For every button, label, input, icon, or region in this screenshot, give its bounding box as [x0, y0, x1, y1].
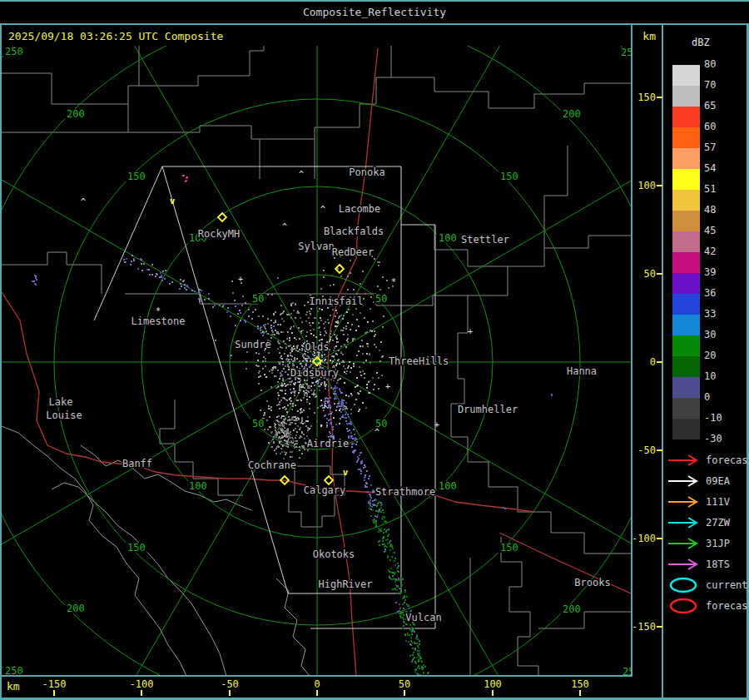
echo-pixel: [301, 348, 303, 350]
echo-pixel: [287, 439, 289, 441]
echo-pixel: [275, 420, 277, 421]
echo-pixel: [334, 398, 335, 400]
echo-pixel: [424, 666, 426, 668]
echo-pixel: [309, 408, 310, 410]
echo-pixel: [346, 428, 348, 429]
echo-pixel: [295, 390, 296, 392]
echo-pixel: [291, 419, 293, 420]
ring-distance-label: 100: [439, 480, 457, 492]
echo-pixel: [317, 407, 319, 409]
echo-pixel: [363, 467, 365, 469]
echo-pixel: [326, 379, 328, 380]
echo-pixel: [280, 417, 282, 419]
echo-pixel: [380, 530, 382, 532]
echo-pixel: [418, 647, 419, 648]
echo-pixel: [291, 380, 293, 382]
echo-pixel: [275, 427, 276, 429]
echo-pixel: [362, 271, 364, 272]
legend-symbol: [667, 514, 703, 531]
echo-pixel: [290, 397, 291, 399]
echo-pixel: [290, 313, 292, 315]
echo-pixel: [404, 634, 406, 636]
echo-pixel: [269, 426, 270, 428]
echo-pixel: [399, 588, 400, 589]
echo-pixel: [241, 305, 243, 306]
echo-pixel: [260, 390, 262, 391]
echo-pixel: [285, 393, 286, 395]
divider-under-title: [0, 23, 749, 25]
echo-pixel: [275, 453, 277, 454]
ring-distance-label: 250: [5, 665, 23, 675]
echo-pixel: [369, 392, 370, 394]
dbz-level-label: 33: [704, 309, 716, 320]
echo-pixel: [327, 398, 329, 400]
echo-pixel: [186, 289, 187, 290]
echo-pixel: [348, 395, 350, 397]
echo-pixel: [257, 328, 259, 330]
echo-pixel: [360, 461, 362, 463]
echo-pixel: [419, 674, 420, 675]
echo-pixel: [275, 375, 277, 377]
echo-pixel: [272, 369, 274, 370]
echo-pixel: [231, 280, 233, 282]
echo-pixel: [350, 260, 351, 261]
echo-pixel: [331, 411, 333, 413]
echo-pixel: [231, 355, 232, 356]
echo-pixel: [302, 423, 304, 424]
echo-pixel: [36, 279, 37, 280]
echo-pixel: [290, 456, 291, 458]
echo-pixel: [305, 363, 307, 365]
echo-pixel: [279, 363, 280, 365]
city-label: Sylvan: [298, 241, 334, 252]
echo-pixel: [296, 358, 298, 360]
echo-pixel: [306, 395, 308, 397]
echo-pixel: [263, 332, 265, 334]
echo-pixel: [296, 440, 298, 442]
echo-pixel: [280, 361, 281, 363]
echo-pixel: [342, 318, 344, 320]
echo-pixel: [379, 350, 380, 351]
echo-pixel: [404, 602, 405, 603]
echo-pixel: [354, 338, 355, 340]
echo-pixel: [281, 375, 283, 376]
echo-pixel: [322, 361, 324, 363]
echo-pixel: [283, 430, 285, 432]
echo-pixel: [330, 387, 332, 389]
echo-pixel: [276, 416, 278, 418]
echo-pixel: [408, 641, 409, 643]
echo-pixel: [389, 549, 391, 551]
echo-pixel: [324, 327, 325, 329]
echo-pixel: [303, 434, 305, 435]
dbz-level-label: 10: [704, 371, 716, 382]
echo-pixel: [300, 412, 301, 414]
echo-pixel: [375, 525, 377, 527]
legend-symbol: [667, 494, 703, 510]
echo-pixel: [310, 333, 312, 335]
echo-pixel: [146, 269, 148, 271]
echo-pixel: [297, 425, 299, 427]
echo-pixel: [270, 320, 272, 321]
echo-pixel: [161, 275, 162, 276]
echo-pixel: [292, 302, 294, 304]
echo-pixel: [291, 391, 293, 393]
radar-map-canvas[interactable]: 5050505010010010010015015015015020020020…: [2, 46, 631, 675]
echo-pixel: [288, 345, 290, 347]
echo-pixel: [297, 410, 299, 412]
echo-pixel: [398, 571, 399, 573]
bottom-tick-mark: [579, 690, 581, 696]
echo-pixel: [242, 295, 244, 297]
echo-pixel: [356, 319, 358, 320]
echo-pixel: [297, 400, 299, 401]
echo-pixel: [295, 434, 297, 436]
echo-pixel: [260, 375, 261, 377]
legend-item-label: 18TS: [706, 559, 730, 570]
star-marker: *: [156, 306, 161, 315]
echo-pixel: [246, 351, 248, 353]
dbz-level-label: 65: [704, 101, 716, 112]
legend-symbol: [667, 535, 703, 552]
echo-pixel: [325, 330, 326, 332]
echo-pixel: [353, 363, 355, 365]
echo-pixel: [194, 290, 196, 292]
echo-pixel: [291, 350, 293, 352]
echo-pixel: [392, 575, 394, 577]
